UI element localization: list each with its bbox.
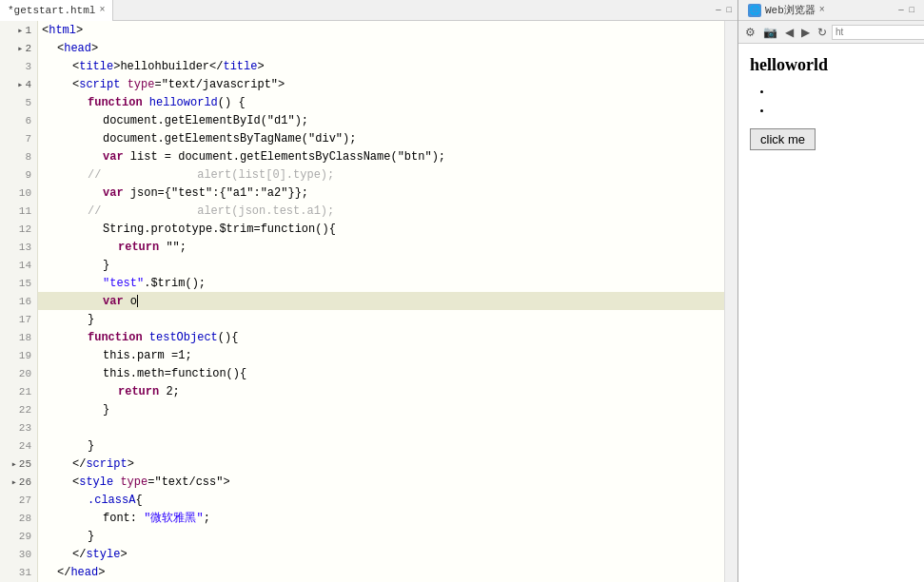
code-line-16[interactable]: var o	[38, 292, 724, 310]
line-number-9[interactable]: 9	[0, 165, 37, 184]
code-line-18[interactable]: function testObject(){	[38, 328, 724, 346]
code-line-7[interactable]: document.getElementsByTagName("div");	[38, 129, 724, 147]
token: </	[72, 457, 86, 471]
token: >	[76, 24, 83, 37]
browser-minimize[interactable]: —	[896, 6, 905, 15]
line-number-5[interactable]: 5	[0, 93, 37, 111]
code-line-14[interactable]: }	[38, 256, 724, 274]
code-line-1[interactable]: <html>	[38, 21, 724, 39]
code-line-15[interactable]: "test".$trim();	[38, 274, 724, 292]
code-line-4[interactable]: <script type="text/javascript">	[38, 75, 724, 93]
line-number-15[interactable]: 15	[0, 274, 37, 292]
token: <	[57, 42, 64, 55]
line-num-text: 23	[19, 422, 31, 434]
code-line-27[interactable]: .classA{	[38, 491, 724, 509]
code-line-12[interactable]: String.prototype.$trim=function(){	[38, 220, 724, 238]
browser-tab-close[interactable]: ×	[819, 5, 825, 15]
code-line-6[interactable]: document.getElementById("d1");	[38, 111, 724, 129]
browser-tab[interactable]: 🌐 Web浏览器 ×	[742, 0, 831, 21]
line-number-7[interactable]: 7	[0, 129, 37, 147]
screenshot-button[interactable]: 📷	[760, 24, 780, 41]
refresh-button[interactable]: ↻	[815, 24, 830, 41]
token	[143, 331, 149, 344]
token: >	[128, 457, 134, 471]
code-line-10[interactable]: var json={"test":{"a1":"a2"}};	[38, 184, 724, 202]
code-line-31[interactable]: </head>	[38, 563, 724, 581]
code-line-24[interactable]: }	[38, 436, 724, 455]
token: document.getElementsByTagName("div");	[103, 132, 356, 146]
code-line-21[interactable]: return 2;	[38, 382, 724, 400]
code-line-11[interactable]: // alert(json.test.a1);	[38, 202, 724, 220]
main-container: *getstart.html × — □ ▸1▸23▸4567891011121…	[0, 0, 924, 582]
line-number-3[interactable]: 3	[0, 57, 37, 75]
line-number-1[interactable]: ▸1	[0, 21, 37, 39]
line-num-text: 5	[25, 97, 31, 108]
line-number-27[interactable]: 27	[0, 491, 37, 509]
code-line-19[interactable]: this.parm =1;	[38, 346, 724, 364]
code-line-22[interactable]: }	[38, 400, 724, 418]
settings-button[interactable]: ⚙	[742, 24, 758, 41]
code-line-23[interactable]	[38, 418, 724, 436]
code-line-29[interactable]: }	[38, 527, 724, 545]
line-number-16[interactable]: 16	[0, 292, 37, 310]
token: var	[103, 186, 124, 200]
bullet-item-2	[773, 104, 913, 117]
code-line-13[interactable]: return "";	[38, 238, 724, 256]
line-number-21[interactable]: 21	[0, 382, 37, 400]
code-line-30[interactable]: </style>	[38, 545, 724, 563]
line-number-23[interactable]: 23	[0, 418, 37, 436]
code-line-26[interactable]: <style type="text/css">	[38, 473, 724, 491]
line-num-text: 19	[19, 350, 31, 361]
line-number-24[interactable]: 24	[0, 436, 37, 455]
code-line-5[interactable]: function helloworld() {	[38, 93, 724, 111]
line-number-22[interactable]: 22	[0, 400, 37, 418]
bullet-list	[773, 85, 913, 117]
line-number-8[interactable]: 8	[0, 147, 37, 165]
code-lines[interactable]: <html><head><title>hellohbuilder</title>…	[38, 21, 724, 582]
token: }	[88, 439, 94, 453]
line-number-11[interactable]: 11	[0, 202, 37, 220]
line-number-18[interactable]: 18	[0, 328, 37, 346]
line-num-text: 15	[19, 278, 31, 289]
browser-tab-label: Web浏览器	[765, 3, 816, 17]
code-line-3[interactable]: <title>hellohbuilder</title>	[38, 57, 724, 75]
line-number-10[interactable]: 10	[0, 184, 37, 202]
line-number-19[interactable]: 19	[0, 346, 37, 364]
token: head	[64, 42, 91, 55]
line-number-28[interactable]: 28	[0, 509, 37, 527]
line-number-6[interactable]: 6	[0, 111, 37, 129]
line-number-14[interactable]: 14	[0, 256, 37, 274]
forward-button[interactable]: ▶	[798, 24, 813, 41]
editor-minimize[interactable]: —	[714, 6, 722, 15]
url-input[interactable]	[832, 25, 924, 40]
line-number-2[interactable]: ▸2	[0, 39, 37, 57]
code-line-17[interactable]: }	[38, 310, 724, 328]
code-line-9[interactable]: // alert(list[0].type);	[38, 165, 724, 184]
line-number-30[interactable]: 30	[0, 545, 37, 563]
browser-maximize[interactable]: □	[908, 6, 916, 15]
code-line-25[interactable]: </script>	[38, 455, 724, 473]
vertical-scrollbar[interactable]	[724, 21, 737, 582]
line-num-text: 22	[19, 404, 31, 416]
code-line-8[interactable]: var list = document.getElementsByClassNa…	[38, 147, 724, 165]
code-line-2[interactable]: <head>	[38, 39, 724, 57]
click-me-button[interactable]: click me	[750, 128, 816, 150]
line-number-26[interactable]: ▸26	[0, 473, 37, 491]
line-number-20[interactable]: 20	[0, 364, 37, 382]
line-number-25[interactable]: ▸25	[0, 455, 37, 473]
line-num-text: 9	[25, 169, 31, 181]
code-line-28[interactable]: font: "微软雅黑";	[38, 509, 724, 527]
line-number-12[interactable]: 12	[0, 220, 37, 238]
line-number-31[interactable]: 31	[0, 563, 37, 581]
line-number-13[interactable]: 13	[0, 238, 37, 256]
line-number-17[interactable]: 17	[0, 310, 37, 328]
token	[120, 78, 127, 91]
line-number-4[interactable]: ▸4	[0, 75, 37, 93]
editor-maximize[interactable]: □	[725, 6, 734, 15]
editor-tab[interactable]: *getstart.html ×	[0, 0, 113, 21]
line-number-29[interactable]: 29	[0, 527, 37, 545]
editor-tab-close[interactable]: ×	[99, 5, 105, 15]
token: () {	[218, 96, 246, 109]
code-line-20[interactable]: this.meth=function(){	[38, 364, 724, 382]
back-button[interactable]: ◀	[782, 24, 796, 41]
